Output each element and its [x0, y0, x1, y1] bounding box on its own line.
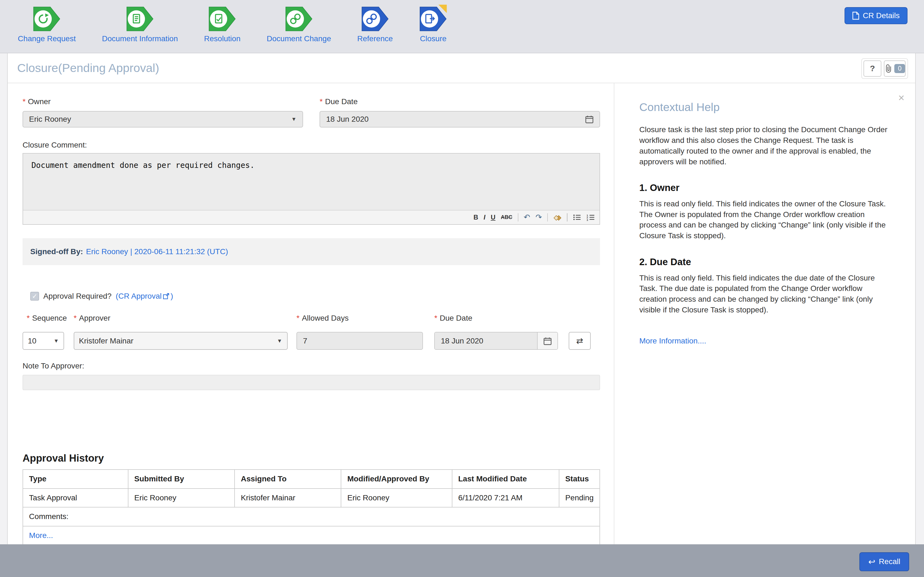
comments-row: Comments: — [23, 507, 600, 526]
step-label: Document Information — [102, 34, 178, 43]
contextual-help-panel: × Contextual Help Closure task is the la… — [614, 83, 915, 577]
step-label: Resolution — [204, 34, 241, 43]
svg-text:3: 3 — [586, 218, 588, 221]
more-row: More... — [23, 526, 600, 545]
document-icon — [852, 11, 859, 20]
column-header-submitted-by: Submitted By — [128, 469, 234, 488]
workflow-steps: Change Request Document Information — [18, 5, 924, 43]
step-change-request[interactable]: Change Request — [18, 5, 76, 43]
toolbar-separator — [547, 213, 548, 221]
step-resolution[interactable]: Resolution — [204, 5, 241, 43]
signed-off-value[interactable]: Eric Rooney | 2020-06-11 11:21:32 (UTC) — [86, 247, 228, 256]
approver-select[interactable]: Kristofer Mainar ▼ — [74, 332, 288, 350]
task-panel: Closure(Pending Approval) ? 0 *Owner — [7, 53, 916, 577]
panel-body: *Owner *Due Date Eric Rooney ▼ 18 Jun 20… — [8, 83, 915, 577]
due-date-field[interactable]: 18 Jun 2020 — [320, 111, 600, 128]
step-closure[interactable]: Closure — [419, 5, 447, 43]
more-information-link[interactable]: More Information.... — [640, 337, 706, 345]
approver-value: Kristofer Mainar — [79, 337, 133, 345]
calendar-icon — [585, 115, 593, 123]
check-icon: ✓ — [32, 292, 37, 300]
closure-comment-label: Closure Comment: — [23, 141, 600, 150]
cell-assigned-to: Kristofer Mainar — [234, 488, 341, 508]
strikethrough-icon[interactable]: ABC — [501, 214, 512, 220]
cr-approval-link[interactable]: (CR Approval ) — [116, 292, 173, 301]
underline-icon[interactable]: U — [491, 213, 495, 221]
due-date-value: 18 Jun 2020 — [326, 115, 369, 124]
note-to-approver-label: Note To Approver: — [23, 362, 600, 371]
cell-last-modified: 6/11/2020 7:21 AM — [452, 488, 559, 508]
approval-required-label: Approval Required? — [44, 292, 111, 301]
approval-required-row: ✓ Approval Required? (CR Approval ) — [30, 292, 600, 301]
toolbar-separator — [518, 213, 519, 221]
note-to-approver-input[interactable] — [23, 375, 600, 390]
column-header-status: Status — [559, 469, 600, 488]
help-button[interactable]: ? — [864, 60, 881, 76]
step-label: Closure — [420, 34, 447, 43]
required-asterisk: * — [320, 97, 323, 106]
sequence-select[interactable]: 10 ▼ — [23, 332, 64, 350]
attachments-button[interactable]: 0 — [884, 60, 906, 76]
more-link[interactable]: More... — [29, 531, 53, 540]
redo-icon[interactable]: ↷ — [535, 213, 542, 222]
remove-format-icon[interactable] — [553, 214, 562, 221]
owner-select[interactable]: Eric Rooney ▼ — [23, 111, 303, 128]
chevron-down-icon: ▼ — [277, 338, 282, 344]
step-label: Document Change — [267, 34, 331, 43]
cell-status: Pending — [559, 488, 600, 508]
calendar-icon — [543, 337, 552, 345]
allowed-days-input[interactable]: 7 — [296, 332, 423, 350]
close-icon[interactable]: × — [898, 93, 905, 103]
approver-row-labels: *Sequence *Approver *Allowed Days *Due D… — [23, 314, 600, 322]
required-asterisk: * — [296, 314, 299, 322]
approval-required-checkbox[interactable]: ✓ — [30, 292, 39, 301]
workflow-toolbar: Change Request Document Information — [0, 0, 924, 53]
document-change-icon — [284, 5, 313, 33]
approver-due-date-value[interactable]: 18 Jun 2020 — [435, 332, 537, 349]
italic-icon[interactable]: I — [483, 213, 485, 221]
step-label: Reference — [357, 34, 393, 43]
help-section-body: This is read only field. This field indi… — [640, 273, 892, 316]
help-section-heading: 2. Due Date — [640, 256, 892, 268]
column-header-type: Type — [23, 469, 128, 488]
approval-history-header-row: Type Submitted By Assigned To Modified/A… — [23, 469, 600, 488]
bold-icon[interactable]: B — [473, 213, 478, 221]
cr-approval-link-close: ) — [171, 292, 173, 301]
step-document-information[interactable]: Document Information — [102, 5, 178, 43]
page-title: Closure(Pending Approval) — [17, 61, 159, 75]
bullet-list-icon[interactable] — [573, 214, 581, 221]
reorder-approvers-button[interactable]: ⇄ — [569, 332, 591, 350]
approver-label: *Approver — [74, 314, 296, 322]
numbered-list-icon[interactable]: 1 2 3 — [586, 214, 595, 221]
table-row: Task Approval Eric Rooney Kristofer Main… — [23, 488, 600, 508]
approver-due-date-label: *Due Date — [434, 314, 472, 322]
cell-modified-by: Eric Rooney — [341, 488, 452, 508]
step-document-change[interactable]: Document Change — [267, 5, 331, 43]
shuffle-icon: ⇄ — [576, 336, 583, 346]
reference-icon — [361, 5, 389, 33]
paperclip-icon — [884, 64, 892, 73]
calendar-button[interactable] — [537, 332, 557, 349]
more-cell: More... — [23, 526, 600, 545]
approver-row-controls: 10 ▼ Kristofer Mainar ▼ 7 18 Jun 2020 — [23, 332, 600, 350]
recall-button[interactable]: ↩ Recall — [859, 552, 909, 571]
comments-label: Comments: — [23, 507, 600, 526]
signed-off-bar: Signed-off By: Eric Rooney | 2020-06-11 … — [23, 238, 600, 265]
external-link-icon — [163, 293, 170, 300]
undo-icon[interactable]: ↶ — [523, 213, 530, 222]
app-root: Change Request Document Information — [0, 0, 924, 577]
step-reference[interactable]: Reference — [357, 5, 393, 43]
resolution-icon — [208, 5, 236, 33]
help-section-heading: 1. Owner — [640, 182, 892, 193]
cr-approval-link-text: (CR Approval — [116, 292, 162, 301]
chevron-down-icon: ▼ — [291, 116, 296, 122]
sequence-label: *Sequence — [23, 314, 74, 322]
document-information-icon — [126, 5, 154, 33]
closure-comment-textarea[interactable]: Document amendment done as per required … — [23, 153, 599, 210]
required-asterisk: * — [434, 314, 437, 322]
cr-details-button[interactable]: CR Details — [845, 7, 908, 24]
recall-label: Recall — [879, 557, 900, 566]
cell-submitted-by: Eric Rooney — [128, 488, 234, 508]
help-section-body: This is read only field. This field indi… — [640, 199, 892, 241]
panel-header: Closure(Pending Approval) ? 0 — [8, 53, 915, 83]
